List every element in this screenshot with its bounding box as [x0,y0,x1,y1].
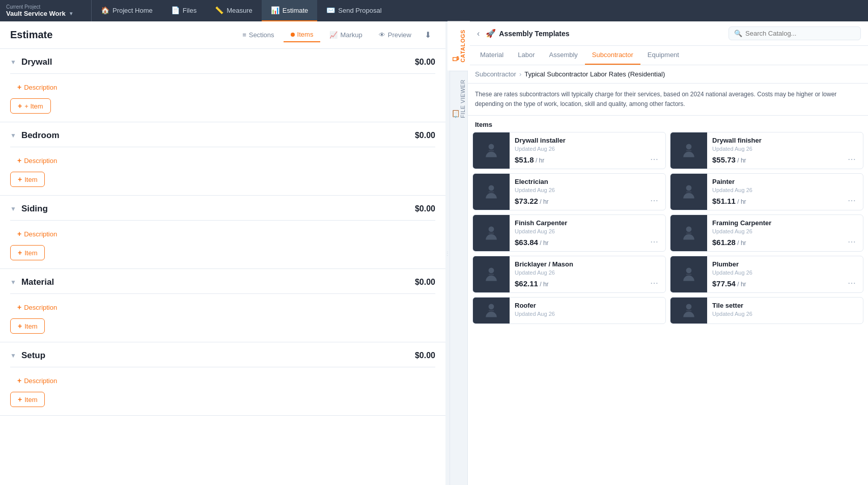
home-icon: 🏠 [101,6,109,14]
nav-tab-project-home[interactable]: 🏠 Project Home [92,0,162,21]
card-thumbnail-finish-carpenter [473,215,510,251]
main-layout: Estimate ≡ Sections Items 📈 Markup 👁 Pre… [0,21,868,485]
catalog-search-input[interactable] [745,30,855,37]
siding-add-description-button[interactable]: + Description [10,227,64,241]
preview-icon: 👁 [379,31,385,39]
card-price-row-plumber: $77.54 / hr ⋯ [712,278,858,288]
vtab-file-viewer[interactable]: 📋 FILE VIEWER [447,71,470,126]
svg-rect-17 [489,310,494,311]
card-thumbnail-drywall-installer [473,132,510,169]
card-more-button-painter[interactable]: ⋯ [846,196,858,206]
ctype-tab-equipment[interactable]: Equipment [640,46,686,65]
material-add-item-button[interactable]: + Item [10,318,45,334]
card-more-button-drywall-finisher[interactable]: ⋯ [846,154,858,165]
svg-rect-7 [686,191,692,193]
material-add-description-button[interactable]: + Description [10,300,64,314]
section-drywall-chevron[interactable]: ▼ [10,59,16,66]
card-price-row-drywall-installer: $51.8 / hr ⋯ [515,154,660,165]
ctype-tab-material[interactable]: Material [473,46,511,65]
card-more-button-framing-carpenter[interactable]: ⋯ [846,237,858,247]
nav-tab-estimate[interactable]: 📊 Estimate [262,0,318,21]
card-updated-finish-carpenter: Updated Aug 26 [515,228,660,234]
card-more-button-plumber[interactable]: ⋯ [846,278,858,288]
catalog-item-bricklayer-mason[interactable]: Bricklayer / Mason Updated Aug 26 $62.11… [472,256,666,293]
card-price-row-framing-carpenter: $61.28 / hr ⋯ [712,237,858,247]
svg-point-18 [686,304,692,309]
card-updated-tile-setter: Updated Aug 26 [712,311,858,317]
catalog-item-roofer[interactable]: Roofer Updated Aug 26 [472,297,666,324]
section-bedroom-divider [10,147,435,147]
measure-icon: 📏 [215,6,223,14]
svg-point-0 [489,144,494,149]
card-price-drywall-finisher: $55.73 / hr [712,155,746,164]
ctype-tab-labor[interactable]: Labor [511,46,542,65]
catalog-type-tabs: Material Labor Assembly Subcontractor Eq… [468,46,868,65]
plus-icon: + [17,230,21,238]
nav-tab-measure[interactable]: 📏 Measure [206,0,262,21]
drywall-add-description-button[interactable]: + Description [10,80,64,94]
section-bedroom-title-row: ▼ Bedroom [10,130,60,141]
nav-tab-send-proposal[interactable]: ✉️ Send Proposal [317,0,390,21]
setup-add-item-button[interactable]: + Item [10,392,45,407]
tab-markup[interactable]: 📈 Markup [322,28,369,42]
card-info-painter: Painter Updated Aug 26 $51.11 / hr ⋯ [707,174,863,210]
catalog-header: ‹ 🚀 Assembly Templates 🔍 [468,21,868,46]
card-more-button-bricklayer-mason[interactable]: ⋯ [648,278,660,288]
catalog-item-framing-carpenter[interactable]: Framing Carpenter Updated Aug 26 $61.28 … [670,214,863,252]
breadcrumb-parent-link[interactable]: Subcontractor [475,70,516,78]
section-material-chevron[interactable]: ▼ [10,279,16,286]
section-bedroom-chevron[interactable]: ▼ [10,132,16,139]
section-siding-title-row: ▼ Siding [10,204,48,214]
tab-items[interactable]: Items [284,28,321,42]
svg-point-6 [686,185,692,191]
catalog-item-electrician[interactable]: Electrician Updated Aug 26 $73.22 / hr ⋯ [472,173,666,210]
plus-icon: + [17,83,21,91]
card-info-finish-carpenter: Finish Carpenter Updated Aug 26 $63.84 /… [510,215,665,251]
catalog-item-tile-setter[interactable]: Tile setter Updated Aug 26 [670,297,863,324]
section-setup-name: Setup [21,351,45,361]
nav-tab-files[interactable]: 📄 Files [162,0,206,21]
catalog-back-button[interactable]: ‹ [475,28,482,39]
catalog-item-painter[interactable]: Painter Updated Aug 26 $51.11 / hr ⋯ [670,173,863,210]
card-price-row-bricklayer-mason: $62.11 / hr ⋯ [515,278,660,288]
download-button[interactable]: ⬇ [421,28,435,42]
tab-preview[interactable]: 👁 Preview [372,28,418,42]
ctype-tab-subcontractor[interactable]: Subcontractor [585,46,640,65]
catalog-item-drywall-installer[interactable]: Drywall installer Updated Aug 26 $51.8 /… [472,132,666,169]
catalog-item-drywall-finisher[interactable]: Drywall finisher Updated Aug 26 $55.73 /… [670,132,863,169]
section-material-divider [10,293,435,294]
section-setup-chevron[interactable]: ▼ [10,352,16,359]
svg-point-2 [686,144,692,149]
setup-add-description-button[interactable]: + Description [10,373,64,388]
card-more-button-drywall-installer[interactable]: ⋯ [648,154,660,165]
ctype-tab-assembly[interactable]: Assembly [542,46,585,65]
estimate-title: Estimate [10,29,52,41]
tab-sections[interactable]: ≡ Sections [235,28,281,42]
right-sidebar: 🏷 CATALOGS 📋 FILE VIEWER ‹ 🚀 Assembly Te… [450,21,868,485]
card-more-button-finish-carpenter[interactable]: ⋯ [648,237,660,247]
section-drywall: ▼ Drywall $0.00 + Description + + Item [0,49,445,122]
card-info-electrician: Electrician Updated Aug 26 $73.22 / hr ⋯ [510,174,665,210]
svg-rect-13 [489,274,494,275]
plus-icon: + [18,175,22,183]
project-label[interactable]: Current Project Vault Service Work ▼ [0,0,92,21]
bedroom-add-item-button[interactable]: + Item [10,172,45,187]
section-setup-title-row: ▼ Setup [10,351,45,361]
card-more-button-electrician[interactable]: ⋯ [648,196,660,206]
siding-add-item-button[interactable]: + Item [10,245,45,260]
estimate-panel: Estimate ≡ Sections Items 📈 Markup 👁 Pre… [0,21,445,485]
catalog-header-left: ‹ 🚀 Assembly Templates [475,28,570,39]
card-name-plumber: Plumber [712,260,858,268]
catalog-item-plumber[interactable]: Plumber Updated Aug 26 $77.54 / hr ⋯ [670,256,863,293]
project-dropdown-icon[interactable]: ▼ [69,11,74,16]
section-drywall-divider [10,73,435,74]
section-drywall-name: Drywall [21,57,52,67]
drywall-add-item-button[interactable]: + + Item [10,98,51,114]
catalog-item-finish-carpenter[interactable]: Finish Carpenter Updated Aug 26 $63.84 /… [472,214,666,252]
card-info-drywall-installer: Drywall installer Updated Aug 26 $51.8 /… [510,132,665,169]
bedroom-add-description-button[interactable]: + Description [10,153,64,168]
card-thumbnail-drywall-finisher [670,132,707,169]
vtab-catalogs[interactable]: 🏷 CATALOGS [447,21,470,71]
assembly-title: 🚀 Assembly Templates [486,29,569,38]
section-siding-chevron[interactable]: ▼ [10,205,16,212]
